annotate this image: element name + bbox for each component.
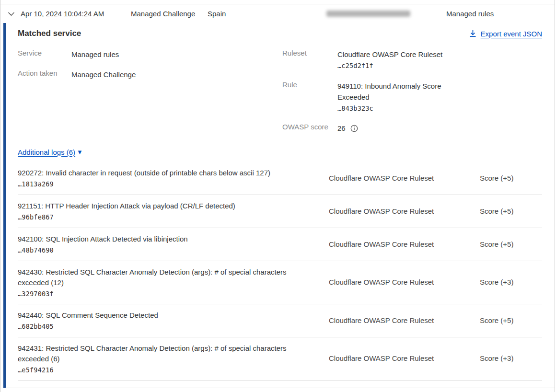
additional-logs-table: 920272: Invalid character in request (ou… [18, 162, 542, 380]
ruleset-hash: …c25d2f1f [337, 62, 373, 69]
log-score: Score (+3) [480, 354, 542, 362]
log-ruleset-name: Cloudflare OWASP Core Ruleset [329, 174, 480, 182]
rule-name: 949110: Inbound Anomaly Score Exceeded [337, 82, 441, 101]
log-rule-hash: …96bfe867 [18, 213, 310, 221]
log-row: 942430: Restricted SQL Character Anomaly… [18, 261, 542, 304]
field-rule-value: 949110: Inbound Anomaly Score Exceeded …… [337, 81, 457, 114]
field-action-taken: Action taken Managed Challenge [18, 69, 282, 80]
field-service-label: Service [18, 49, 71, 60]
log-rule-hash: …3297003f [18, 290, 310, 298]
rule-hash: …843b323c [337, 104, 373, 112]
event-detail-panel: Matched service Export event JSON Servic… [3, 23, 555, 388]
firewall-event-container: Apr 10, 2024 10:04:24 AM Managed Challen… [0, 0, 555, 392]
additional-logs-toggle[interactable]: Additional logs (6) ▼ [18, 148, 83, 156]
matched-service-right-fields: Ruleset Cloudflare OWASP Core Ruleset …c… [282, 49, 542, 143]
log-row: 942431: Restricted SQL Character Anomaly… [18, 337, 542, 380]
expand-collapse-toggle[interactable] [0, 12, 21, 16]
event-summary-row[interactable]: Apr 10, 2024 10:04:24 AM Managed Challen… [0, 4, 555, 23]
log-score: Score (+5) [480, 316, 542, 324]
field-action-taken-label: Action taken [18, 69, 71, 80]
event-action: Managed Challenge [131, 10, 208, 18]
event-redacted-host [326, 11, 412, 17]
log-row: 920272: Invalid character in request (ou… [18, 162, 542, 195]
event-timestamp: Apr 10, 2024 10:04:24 AM [21, 10, 131, 18]
log-ruleset-name: Cloudflare OWASP Core Ruleset [329, 240, 480, 248]
field-owasp-score: OWASP score 26 [282, 123, 542, 134]
chevron-down-icon [8, 12, 15, 16]
field-rule-label: Rule [282, 81, 337, 114]
export-event-json-label: Export event JSON [481, 30, 542, 38]
event-service: Managed rules [446, 10, 494, 18]
log-ruleset-name: Cloudflare OWASP Core Ruleset [329, 354, 480, 362]
log-row: 921151: HTTP Header Injection Attack via… [18, 195, 542, 228]
owasp-score-number: 26 [337, 123, 346, 134]
log-score: Score (+5) [480, 240, 542, 248]
log-rule-description: 942431: Restricted SQL Character Anomaly… [18, 343, 305, 365]
info-icon[interactable] [350, 124, 358, 132]
field-owasp-score-label: OWASP score [282, 123, 337, 134]
field-action-taken-value: Managed Challenge [71, 69, 136, 80]
log-rule-description: 942100: SQL Injection Attack Detected vi… [18, 234, 305, 245]
log-rule-hash: …e5f94216 [18, 366, 310, 374]
download-icon [469, 30, 476, 37]
log-score: Score (+5) [480, 207, 542, 215]
field-ruleset-label: Ruleset [282, 49, 337, 71]
log-row: 942440: SQL Comment Sequence Detected …6… [18, 304, 542, 337]
log-rule-description: 942430: Restricted SQL Character Anomaly… [18, 267, 305, 288]
matched-service-left-fields: Service Managed rules Action taken Manag… [18, 49, 282, 143]
field-ruleset-value: Cloudflare OWASP Core Ruleset …c25d2f1f [337, 49, 442, 71]
field-service: Service Managed rules [18, 49, 282, 60]
log-rule-description: 920272: Invalid character in request (ou… [18, 168, 305, 179]
field-ruleset: Ruleset Cloudflare OWASP Core Ruleset …c… [282, 49, 542, 71]
export-event-json-link[interactable]: Export event JSON [469, 30, 542, 38]
log-rule-description: 921151: HTTP Header Injection Attack via… [18, 201, 305, 212]
redacted-blur [326, 11, 410, 17]
log-score: Score (+3) [480, 278, 542, 286]
log-rule-hash: …1813a269 [18, 180, 310, 188]
caret-down-icon: ▼ [77, 149, 83, 156]
log-rule-hash: …48b74690 [18, 246, 310, 254]
event-country: Spain [208, 10, 326, 18]
field-service-value: Managed rules [71, 49, 119, 60]
field-rule: Rule 949110: Inbound Anomaly Score Excee… [282, 81, 542, 114]
ruleset-name: Cloudflare OWASP Core Ruleset [337, 50, 442, 58]
log-rule-hash: …682bb405 [18, 323, 310, 330]
log-ruleset-name: Cloudflare OWASP Core Ruleset [329, 278, 480, 286]
field-owasp-score-value: 26 [337, 123, 358, 134]
log-score: Score (+5) [480, 174, 542, 182]
log-ruleset-name: Cloudflare OWASP Core Ruleset [329, 207, 480, 215]
log-row: 942100: SQL Injection Attack Detected vi… [18, 228, 542, 261]
log-ruleset-name: Cloudflare OWASP Core Ruleset [329, 316, 480, 324]
log-rule-description: 942440: SQL Comment Sequence Detected [18, 310, 305, 321]
panel-title: Matched service [18, 29, 81, 38]
additional-logs-label: Additional logs (6) [18, 148, 75, 156]
